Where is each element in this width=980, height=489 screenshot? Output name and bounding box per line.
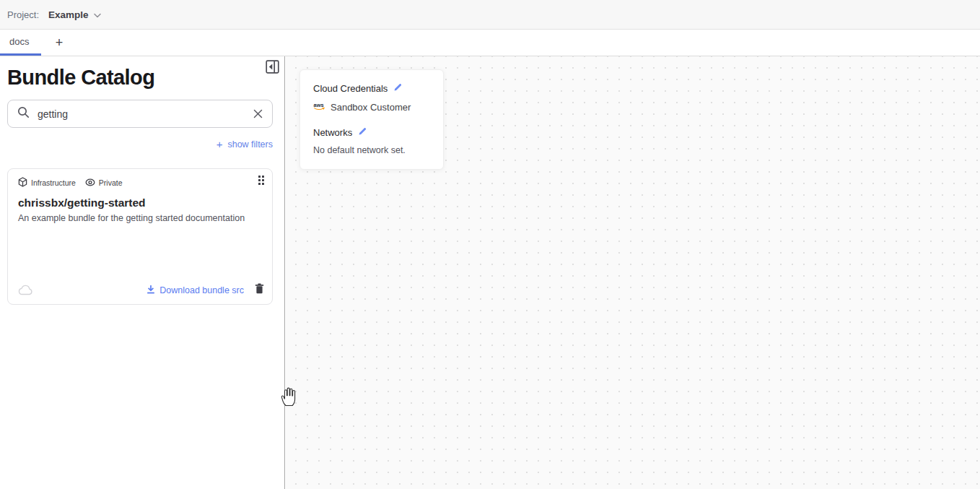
bundle-card[interactable]: Infrastructure Private chrissbx/getting-… <box>7 168 273 305</box>
plus-icon: + <box>56 35 64 51</box>
collapse-panel-icon <box>266 60 279 77</box>
chevron-down-icon <box>94 9 101 20</box>
cloud-credentials-row: Cloud Credentials <box>313 82 430 95</box>
pencil-icon <box>358 126 367 139</box>
bundle-name: chrissbx/getting-started <box>18 196 146 209</box>
project-defaults-card: Cloud Credentials aws Sandbox Cu <box>299 69 444 170</box>
package-icon <box>18 177 27 189</box>
search-input[interactable] <box>38 108 245 120</box>
edit-cloud-credentials-button[interactable] <box>393 82 403 95</box>
cloud-icon <box>18 285 33 295</box>
trash-icon <box>255 283 264 297</box>
collapse-panel-button[interactable] <box>265 61 279 75</box>
project-label: Project: <box>7 9 39 20</box>
download-icon <box>146 285 155 296</box>
delete-bundle-button[interactable] <box>255 283 264 297</box>
main-area: Bundle Catalog + show filters <box>0 56 980 489</box>
pencil-icon <box>393 82 403 95</box>
aws-icon: aws <box>313 100 325 113</box>
download-bundle-src-link[interactable]: Download bundle src <box>146 285 244 296</box>
drag-handle[interactable] <box>258 176 264 185</box>
show-filters-label: show filters <box>227 139 273 150</box>
page-title: Bundle Catalog <box>7 66 154 90</box>
add-tab-button[interactable]: + <box>51 30 67 56</box>
networks-empty-text: No default network set. <box>313 145 430 155</box>
networks-label: Networks <box>313 127 352 138</box>
tabbar: docs + <box>0 30 980 56</box>
search-icon <box>17 106 30 121</box>
topbar: Project: Example <box>0 0 980 30</box>
project-selector-value: Example <box>48 9 89 20</box>
bundle-card-footer: Download bundle src <box>18 283 264 297</box>
tab-docs[interactable]: docs <box>0 30 41 56</box>
credential-row: aws Sandbox Customer <box>313 100 430 113</box>
bundle-badges: Infrastructure Private <box>18 177 123 189</box>
bundle-visibility-label: Private <box>99 178 123 187</box>
search-box <box>7 100 273 128</box>
bundle-type-label: Infrastructure <box>31 178 76 187</box>
project-selector[interactable]: Example <box>48 9 101 20</box>
bundle-catalog-panel: Bundle Catalog + show filters <box>0 56 285 489</box>
networks-row: Networks <box>313 126 430 139</box>
bundle-description: An example bundle for the getting starte… <box>18 213 262 223</box>
svg-text:aws: aws <box>314 102 324 108</box>
credential-name: Sandbox Customer <box>331 102 411 113</box>
clear-search-button[interactable] <box>253 109 263 118</box>
tab-label: docs <box>9 36 29 47</box>
show-filters-button[interactable]: + show filters <box>216 139 273 150</box>
bundle-visibility-badge: Private <box>85 178 123 188</box>
eye-icon <box>85 178 95 188</box>
edit-networks-button[interactable] <box>358 126 367 139</box>
workflow-canvas[interactable]: Cloud Credentials aws Sandbox Cu <box>286 56 980 489</box>
plus-icon: + <box>216 139 223 150</box>
bundle-type-badge: Infrastructure <box>18 177 76 189</box>
download-label: Download bundle src <box>159 285 244 295</box>
cloud-credentials-label: Cloud Credentials <box>313 83 388 94</box>
